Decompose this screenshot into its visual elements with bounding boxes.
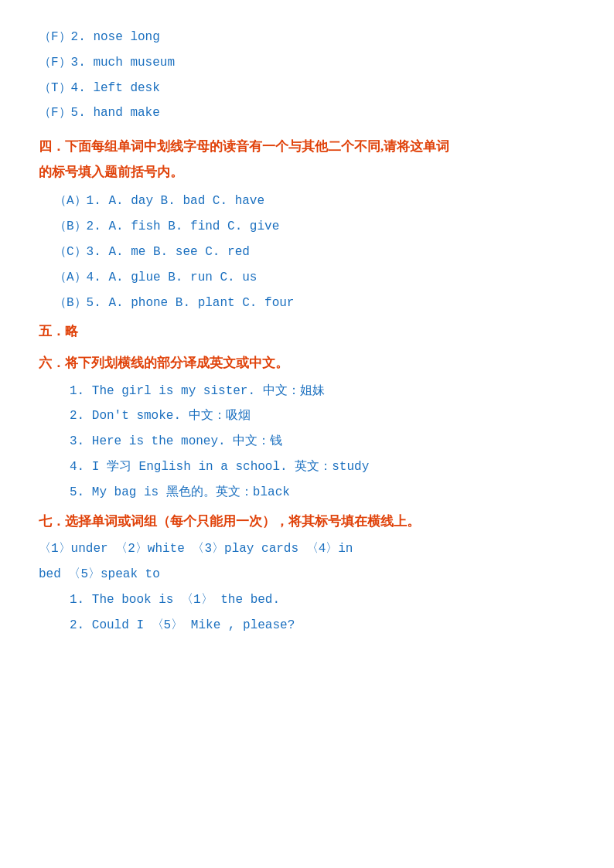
section4-header-cont: 的标号填入题前括号内。 <box>39 161 575 185</box>
section6-item-3: 3. Here is the money. 中文：钱 <box>39 431 575 453</box>
section6-item-1: 1. The girl is my sister. 中文：姐妹 <box>39 380 575 403</box>
section6-item-5: 5. My bag is 黑色的。英文：black <box>39 482 575 504</box>
section6-item-4: 4. I 学习 English in a school. 英文：study <box>39 456 575 478</box>
section3-item-2: （F）2. nose long <box>39 26 575 49</box>
section4-item-2: （B）2. A. fish B. find C. give <box>39 216 575 238</box>
section3-item-4: （T）4. left desk <box>39 77 575 100</box>
section4-item-4: （A）4. A. glue B. run C. us <box>39 267 575 289</box>
label: （F）5. hand make <box>39 106 160 120</box>
section7-item-2: 2. Could I 〈5〉 Mike , please? <box>39 614 575 637</box>
label: （F）2. nose long <box>39 30 160 44</box>
section3-item-3: （F）3. much museum <box>39 52 575 74</box>
section4-item-1: （A）1. A. day B. bad C. have <box>39 190 575 213</box>
section3-item-5: （F）5. hand make <box>39 102 575 124</box>
section4-header: 四．下面每组单词中划线字母的读音有一个与其他二个不同,请将这单词 <box>39 135 575 159</box>
section4-item-3: （C）3. A. me B. see C. red <box>39 241 575 264</box>
section7-options-line2: bed 〈5〉speak to <box>39 563 575 586</box>
section7-options-line1: 〈1〉under 〈2〉white 〈3〉play cards 〈4〉in <box>39 538 575 560</box>
section7-header: 七．选择单词或词组（每个只能用一次），将其标号填在横线上。 <box>39 510 575 534</box>
label: （F）3. much museum <box>39 56 175 70</box>
section7-item-1: 1. The book is 〈1〉 the bed. <box>39 589 575 611</box>
section6-item-2: 2. Don't smoke. 中文：吸烟 <box>39 405 575 427</box>
label: （T）4. left desk <box>39 81 160 95</box>
section5-header: 五．略 <box>39 320 575 344</box>
section6-header: 六．将下列划横线的部分译成英文或中文。 <box>39 352 575 376</box>
section4-item-5: （B）5. A. phone B. plant C. four <box>39 292 575 315</box>
